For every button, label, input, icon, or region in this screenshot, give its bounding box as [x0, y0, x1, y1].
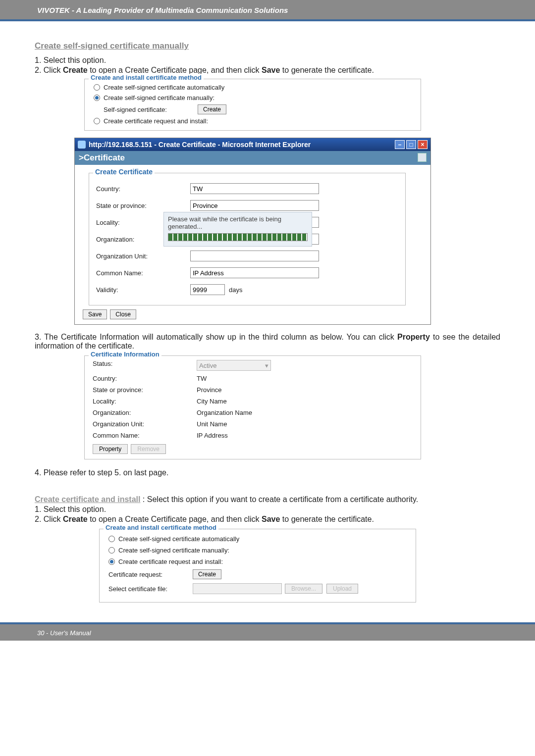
minimize-icon[interactable]: –	[395, 140, 405, 149]
create-button-2[interactable]: Create	[193, 569, 221, 579]
fieldset2-legend: Create and install certificate method	[104, 524, 218, 531]
info-cn: IP Address	[197, 432, 228, 439]
ie-icon	[78, 141, 86, 149]
certinfo-legend: Certificate Information	[89, 351, 161, 358]
state-input[interactable]	[190, 200, 319, 211]
section2-heading: Create certificate and install	[35, 495, 140, 504]
create-method-fieldset-2: Create and install certificate method Cr…	[99, 529, 416, 603]
fieldset1-legend: Create and install certificate method	[89, 74, 204, 81]
create-cert-legend: Create Certificate	[93, 168, 155, 176]
radio-icon[interactable]	[108, 547, 115, 554]
info-orgunit: Unit Name	[197, 420, 227, 428]
cn-input[interactable]	[190, 267, 319, 278]
radio-icon[interactable]	[94, 84, 100, 91]
page-header: VIVOTEK - A Leading Provider of Multimed…	[0, 0, 535, 21]
country-input[interactable]	[190, 183, 319, 194]
certinfo-buttons: Property Remove	[85, 441, 421, 454]
selectfile-row: Select certificate file: Browse... Uploa…	[100, 581, 416, 596]
create-button[interactable]: Create	[198, 104, 226, 114]
create-method-fieldset: Create and install certificate method Cr…	[84, 79, 421, 131]
fs2-opt-request[interactable]: Create certificate request and install:	[100, 556, 416, 567]
maximize-icon[interactable]: □	[406, 140, 416, 149]
opt-manual[interactable]: Create self-signed certificate manually:	[85, 93, 421, 103]
close-button[interactable]: Close	[110, 309, 136, 319]
footer-text: 30 - User's Manual	[37, 629, 91, 637]
info-locality: City Name	[197, 398, 227, 405]
generating-message: Please wait while the certificate is bei…	[163, 212, 312, 247]
validity-input[interactable]	[190, 284, 225, 295]
section2-step2: 2. Click Create to open a Create Certifi…	[35, 515, 500, 524]
progress-bar	[168, 233, 308, 241]
cert-heading: >Certificate	[75, 151, 430, 165]
content-area: Create self-signed certificate manually …	[0, 21, 535, 603]
section1-step1: 1. Select this option.	[35, 56, 500, 65]
page-footer: 30 - User's Manual	[0, 622, 535, 641]
radio-icon[interactable]	[108, 536, 115, 542]
property-button[interactable]: Property	[93, 444, 128, 454]
chevron-down-icon: ▾	[265, 362, 268, 369]
info-country: TW	[197, 375, 207, 382]
step4-text: 4. Please refer to step 5. on last page.	[35, 468, 500, 477]
create-cert-popup: http://192.168.5.151 - Create Certificat…	[74, 138, 431, 325]
file-input	[193, 583, 282, 594]
opt-request[interactable]: Create certificate request and install:	[85, 116, 421, 126]
save-button[interactable]: Save	[83, 309, 107, 319]
popup-buttons: Save Close	[83, 309, 430, 319]
header-title: VIVOTEK - A Leading Provider of Multimed…	[37, 6, 288, 14]
section3-text: 3. The Certificate Information will auto…	[35, 333, 500, 351]
status-select: Active▾	[197, 360, 271, 371]
fs2-opt-auto[interactable]: Create self-signed certificate automatic…	[100, 533, 416, 545]
section1-heading: Create self-signed certificate manually	[35, 41, 500, 51]
close-icon[interactable]: ×	[418, 140, 428, 149]
orgunit-input[interactable]	[190, 251, 319, 261]
selfsigned-row: Self-signed certificate: Create	[85, 103, 421, 116]
radio-icon-checked[interactable]	[94, 95, 100, 101]
info-org: Organization Name	[197, 409, 252, 416]
radio-icon-checked[interactable]	[108, 558, 115, 565]
window-buttons: – □ ×	[395, 140, 428, 149]
popup-titlebar[interactable]: http://192.168.5.151 - Create Certificat…	[75, 138, 430, 151]
info-state: Province	[197, 386, 222, 394]
opt-auto[interactable]: Create self-signed certificate automatic…	[85, 82, 421, 93]
create-cert-fieldset: Create Certificate Country: State or pro…	[89, 173, 406, 305]
remove-button: Remove	[131, 444, 166, 454]
cert-info-fieldset: Certificate Information Status: Active▾ …	[84, 355, 421, 459]
certreq-row: Certificate request: Create	[100, 567, 416, 581]
radio-icon[interactable]	[94, 118, 100, 124]
section2: Create certificate and install : Select …	[35, 495, 500, 524]
popup-body: >Certificate Create Certificate Country:…	[75, 151, 430, 324]
upload-button: Upload	[326, 584, 358, 594]
fs2-opt-manual[interactable]: Create self-signed certificate manually:	[100, 545, 416, 556]
popup-title: http://192.168.5.151 - Create Certificat…	[89, 141, 311, 149]
browse-button: Browse...	[285, 584, 322, 594]
section2-step1: 1. Select this option.	[35, 505, 500, 514]
